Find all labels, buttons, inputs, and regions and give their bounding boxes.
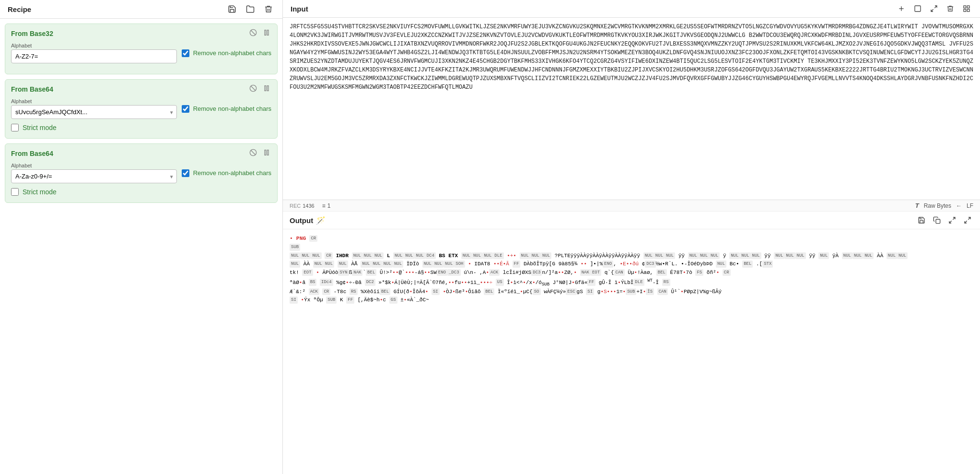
arrow-left-icon: ← [956, 202, 962, 209]
from-base64-card-2: From Base64 Alphabet [5, 143, 278, 203]
svg-rect-16 [967, 6, 969, 8]
card3-remove-checkbox[interactable] [182, 169, 189, 177]
card3-strict-row: Strict mode [11, 188, 271, 196]
card1-alphabet-label: Alphabet [11, 43, 177, 48]
save-recipe-button[interactable] [226, 4, 238, 14]
card1-remove-row: Remove non-alphabet chars [182, 49, 271, 57]
output-fullscreen-button[interactable] [962, 215, 973, 225]
input-grid-button[interactable] [961, 4, 972, 13]
card2-remove-checkbox[interactable] [182, 105, 189, 113]
card2-disable-button[interactable] [248, 84, 258, 94]
output-line-4: ªàØ•â BS IDc4 %g¢•÷-Ðâ DC2 »*$k•Á|ÜèÙ;|=… [290, 277, 973, 288]
card2-remove-label: Remove non-alphabet chars [193, 105, 271, 112]
svg-rect-10 [265, 150, 266, 155]
card3-title: From Base64 [11, 150, 53, 157]
card1-alphabet-row: Alphabet Remove non-alphabet chars [11, 43, 271, 63]
output-line-ihdr: NULNULNUL CR IHDR NULNULNUL L NULNULNULD… [290, 252, 973, 261]
card3-pause-button[interactable] [262, 149, 271, 158]
status-left: REC 1436 ≡ 1 [290, 202, 330, 209]
right-panel: Input [283, 0, 980, 474]
status-bar: REC 1436 ≡ 1 T Raw Bytes ← LF [283, 200, 980, 212]
input-header-icons [896, 4, 972, 13]
font-icon: T [915, 202, 919, 209]
card2-strict-checkbox[interactable] [11, 124, 19, 131]
lines-icon: ≡ [322, 202, 326, 209]
card3-icons [248, 149, 271, 158]
card1-alphabet-input[interactable] [11, 49, 177, 63]
output-header-icons [916, 215, 973, 225]
card1-header: From Base32 [11, 29, 271, 38]
card1-remove-label: Remove non-alphabet chars [193, 49, 271, 57]
svg-rect-6 [265, 86, 266, 91]
card3-alphabet-wrap: Alphabet ▼ [11, 163, 177, 183]
card1-remove-checkbox[interactable] [182, 49, 189, 57]
input-delete-button[interactable] [945, 4, 956, 13]
card3-header: From Base64 [11, 149, 271, 158]
card3-strict-checkbox[interactable] [11, 188, 19, 196]
sub-tag: SUB [290, 244, 300, 250]
svg-line-5 [251, 86, 255, 90]
from-base64-card-1: From Base64 Alphabet [5, 79, 278, 139]
card2-strict-row: Strict mode [11, 124, 271, 131]
output-line-2: NUL ÀÀ NULNUL NUL ÀÅ NULNULNULNUL ÏDÏò N… [290, 260, 973, 269]
card2-pause-button[interactable] [262, 84, 271, 94]
card2-strict-label: Strict mode [23, 124, 57, 131]
input-open-button[interactable] [928, 4, 940, 13]
rec-value: 1436 [303, 203, 314, 209]
card2-remove-row: Remove non-alphabet chars [182, 105, 271, 113]
output-line-3: tk! EOT • ÄPÙóòSYNßNAK`BEL Û!>²••@`•••-á… [290, 269, 973, 277]
card2-title: From Base64 [11, 85, 53, 93]
bullet-png: • [290, 235, 293, 241]
input-add-button[interactable] [896, 4, 907, 13]
output-save-button[interactable] [916, 215, 927, 225]
card1-icons [248, 29, 271, 38]
delete-recipe-button[interactable] [262, 4, 275, 14]
card2-alphabet-wrap: Alphabet ▼ [11, 98, 177, 119]
card1-pause-button[interactable] [262, 29, 271, 38]
svg-rect-15 [964, 6, 966, 8]
left-panel: Recipe [0, 0, 283, 474]
svg-line-21 [965, 221, 967, 223]
output-line-sub: SUB [290, 243, 973, 251]
svg-rect-14 [915, 6, 921, 12]
output-content-area: • PNG CR SUB NULNULNUL CR IHDR NULNULNUL… [283, 229, 980, 474]
lines-value: 1 [327, 202, 331, 209]
output-title-wrap: Output 🪄 [290, 216, 326, 225]
output-line-1: • PNG CR [290, 234, 973, 243]
input-title: Input [291, 5, 308, 13]
card2-alphabet-label: Alphabet [11, 98, 177, 104]
png-tag: PNG [296, 235, 306, 241]
recipe-title: Recipe [8, 5, 31, 13]
card3-alphabet-row: Alphabet ▼ Remove non-alphabet chars [11, 163, 271, 183]
card3-disable-button[interactable] [248, 149, 258, 158]
cr-tag: CR [309, 235, 317, 242]
svg-rect-18 [967, 9, 969, 12]
svg-line-9 [251, 150, 255, 154]
card2-alphabet-row: Alphabet ▼ Remove non-alphabet chars [11, 98, 271, 119]
open-folder-button[interactable] [244, 4, 257, 14]
from-base32-card: From Base32 Alphabet [5, 24, 278, 74]
card2-icons [248, 84, 271, 94]
output-copy-button[interactable] [931, 215, 943, 225]
rec-label: REC [290, 203, 301, 209]
svg-rect-19 [936, 219, 940, 224]
svg-rect-17 [964, 9, 966, 12]
input-new-button[interactable] [912, 4, 923, 13]
svg-rect-3 [267, 30, 268, 36]
output-expand-button[interactable] [946, 215, 958, 225]
card1-alphabet-wrap: Alphabet [11, 43, 177, 63]
svg-line-1 [251, 30, 255, 35]
output-section: Output 🪄 [283, 212, 980, 474]
card3-remove-label: Remove non-alphabet chars [193, 169, 271, 177]
magic-wand-icon: 🪄 [316, 216, 326, 225]
card3-alphabet-input[interactable] [11, 169, 177, 183]
recipe-header-icons [226, 4, 275, 14]
card1-disable-button[interactable] [248, 29, 258, 38]
output-line-5: Æ`&:² ACK CR -T8c RS %XèôïiBEL GÍU(ð•ÎôÃ… [290, 288, 973, 296]
input-text-area[interactable]: JRFTC5SFG5SU4STVHBTTCR2SKVSE2NKVIUYFCS2M… [283, 18, 980, 200]
card3-alphabet-label: Alphabet [11, 163, 177, 168]
svg-rect-11 [267, 150, 268, 155]
card2-alphabet-input[interactable] [11, 105, 177, 119]
svg-rect-2 [265, 30, 266, 36]
status-right: T Raw Bytes ← LF [915, 202, 973, 209]
